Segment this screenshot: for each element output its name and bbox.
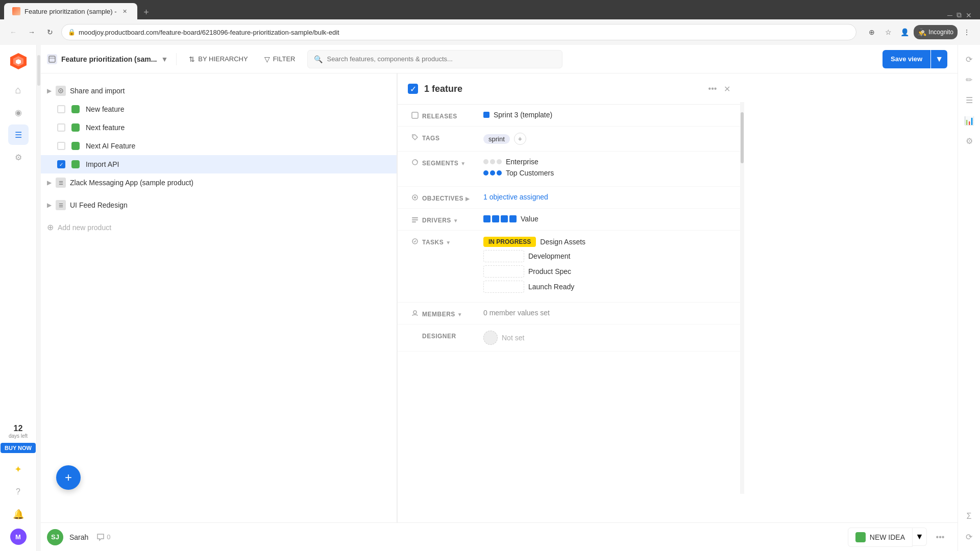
sidebar-bell-btn[interactable]: 🔔: [8, 504, 29, 524]
detail-scrollbar-thumb[interactable]: [741, 112, 744, 163]
tab-close-btn[interactable]: ✕: [121, 7, 129, 15]
bottom-bar: SJ Sarah 0 NEW IDEA ▼ •••: [37, 522, 958, 551]
segments-dropdown-icon[interactable]: ▼: [460, 161, 465, 166]
bottom-user-avatar[interactable]: SJ: [47, 529, 63, 545]
search-input[interactable]: [327, 55, 556, 63]
ui-group-header[interactable]: ▶ ☰ UI Feed Redesign: [37, 196, 397, 214]
sidebar-help-btn[interactable]: ?: [8, 482, 29, 502]
detail-close-btn[interactable]: ✕: [720, 82, 734, 96]
share-import-group[interactable]: ▶ Share and import: [37, 82, 397, 100]
feature-item-api[interactable]: ✓ Import API: [37, 155, 397, 173]
hierarchy-btn[interactable]: ⇅ BY HIERARCHY: [185, 53, 252, 65]
detail-select-checkbox[interactable]: ✓: [408, 84, 418, 94]
sidebar-avatar[interactable]: M: [10, 529, 27, 545]
fab-btn[interactable]: +: [56, 465, 81, 490]
window-close[interactable]: ✕: [966, 11, 972, 19]
left-scroll-track: [37, 45, 41, 551]
members-count: 0 member values set: [483, 309, 550, 317]
right-sigma-icon[interactable]: Σ: [961, 508, 977, 524]
sidebar-home-btn[interactable]: ⌂: [8, 80, 29, 100]
driver-dot-4: [509, 215, 517, 222]
new-idea-btn[interactable]: NEW IDEA: [848, 528, 913, 547]
feature-item-next[interactable]: Next feature: [37, 118, 397, 137]
reload-btn[interactable]: ↻: [43, 25, 57, 39]
save-view-btn[interactable]: Save view: [883, 50, 930, 68]
right-list-icon[interactable]: ☰: [961, 92, 977, 108]
board-title[interactable]: Feature prioritization (sam... ▼: [47, 54, 168, 64]
board-title-dropdown[interactable]: ▼: [161, 55, 168, 63]
add-product-btn[interactable]: ⊕ Add new product: [37, 218, 397, 236]
drivers-dropdown-icon[interactable]: ▼: [453, 218, 458, 223]
right-sync-icon[interactable]: ⟳: [961, 51, 977, 67]
right-chart-icon[interactable]: 📊: [961, 112, 977, 129]
objectives-arrow-icon[interactable]: ▶: [465, 196, 470, 202]
left-scroll-thumb[interactable]: [37, 55, 40, 86]
driver-dot-1: [483, 215, 491, 222]
forward-btn[interactable]: →: [24, 25, 39, 39]
feature-item-new[interactable]: New feature: [37, 100, 397, 118]
objectives-link[interactable]: 1 objective assigned: [483, 193, 548, 201]
filter-btn[interactable]: ▽ FILTER: [260, 53, 300, 65]
lock-icon: 🔒: [68, 29, 76, 36]
designer-icon: [408, 331, 422, 332]
designer-value: Not set: [483, 331, 734, 345]
tags-icon: [408, 133, 422, 141]
days-left-indicator: 12 days left: [9, 424, 28, 439]
browser-tab-active[interactable]: Feature prioritization (sample) - ✕: [4, 3, 137, 19]
new-idea-color-dot: [855, 532, 866, 542]
detail-title: 1 feature: [424, 84, 705, 94]
tasks-dropdown-icon[interactable]: ▼: [446, 240, 451, 245]
bottom-extra-btn[interactable]: •••: [933, 530, 947, 544]
right-edit-icon[interactable]: ✏: [961, 71, 977, 88]
filter-icon: ▽: [264, 55, 270, 63]
svg-rect-14: [412, 221, 416, 222]
tags-row: sprint +: [483, 133, 734, 145]
new-tab-btn[interactable]: +: [139, 5, 154, 19]
right-sync2-icon[interactable]: ⟳: [961, 529, 977, 545]
tags-label: TAGS: [422, 133, 483, 142]
top-customers-segment: Top Customers: [483, 169, 734, 177]
bookmark-icon[interactable]: ☆: [881, 25, 895, 39]
profile-icon[interactable]: 👤: [897, 25, 912, 39]
feature-checkbox-new[interactable]: [57, 105, 65, 113]
feature-checkbox-next[interactable]: [57, 123, 65, 132]
main-content: Feature prioritization (sam... ▼ ⇅ BY HI…: [37, 45, 958, 551]
feature-item-ai[interactable]: Next AI Feature: [37, 137, 397, 155]
feature-checkbox-ai[interactable]: [57, 142, 65, 150]
app-logo[interactable]: [8, 51, 29, 71]
sidebar-sparkle-btn[interactable]: ✦: [8, 459, 29, 480]
back-btn[interactable]: ←: [6, 25, 20, 39]
feature-name-new: New feature: [86, 105, 124, 113]
sprint-tag[interactable]: sprint: [483, 134, 510, 144]
comment-icon-area[interactable]: 0: [96, 533, 110, 541]
sidebar-search-btn[interactable]: ◉: [8, 102, 29, 122]
buy-now-btn[interactable]: BUY NOW: [1, 443, 36, 453]
designer-value-row: Not set: [483, 331, 734, 345]
divider-1: [176, 53, 177, 65]
task-product-spec: Product Spec: [483, 265, 734, 278]
detail-scroll-area[interactable]: RELEASES Sprint 3 (template): [398, 105, 744, 522]
new-idea-dropdown-btn[interactable]: ▼: [913, 528, 927, 546]
search-box[interactable]: 🔍: [307, 50, 562, 68]
sidebar-integration-btn[interactable]: ⚙: [8, 147, 29, 167]
designer-label: DESIGNER: [422, 331, 483, 340]
menu-icon[interactable]: ⋮: [960, 25, 974, 39]
search-icon: 🔍: [314, 55, 323, 63]
designer-avatar-empty: [483, 331, 498, 345]
window-minimize[interactable]: ─: [947, 11, 952, 19]
feature-checkbox-api[interactable]: ✓: [57, 160, 65, 168]
zlack-group-header[interactable]: ▶ ☰ Zlack Messaging App (sample product): [37, 173, 397, 192]
window-restore[interactable]: ⧉: [957, 11, 962, 19]
right-settings-icon[interactable]: ⚙: [961, 133, 977, 149]
members-icon: [408, 309, 422, 317]
members-dropdown-icon[interactable]: ▼: [457, 312, 462, 317]
save-view-group: Save view ▼: [883, 50, 947, 68]
add-product-label: Add new product: [58, 223, 111, 232]
add-tag-btn[interactable]: +: [514, 133, 526, 145]
svg-point-16: [413, 311, 416, 314]
detail-more-btn[interactable]: •••: [705, 82, 720, 96]
url-bar[interactable]: 🔒 moodjoy.productboard.com/feature-board…: [61, 24, 856, 40]
sidebar-features-btn[interactable]: ☰: [8, 124, 29, 145]
cast-icon[interactable]: ⊕: [865, 25, 879, 39]
save-view-dropdown-btn[interactable]: ▼: [931, 50, 947, 68]
